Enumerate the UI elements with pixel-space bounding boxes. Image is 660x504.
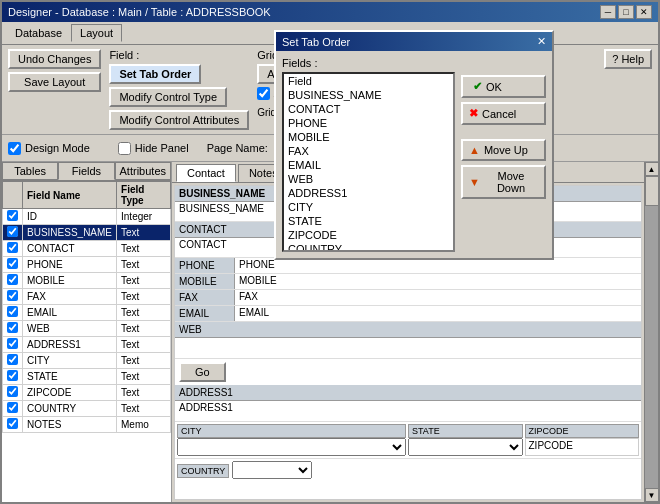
- table-row[interactable]: ADDRESS1 Text: [3, 337, 171, 353]
- col-field-type: Field Type: [117, 182, 171, 209]
- field-checkbox-city[interactable]: [7, 354, 18, 365]
- field-name-cell: ZIPCODE: [23, 385, 117, 401]
- field-checkbox-web[interactable]: [7, 322, 18, 333]
- field-name-cell: COUNTRY: [23, 401, 117, 417]
- main-window: Designer - Database : Main / Table : ADD…: [0, 0, 660, 504]
- field-type-cell: Text: [117, 369, 171, 385]
- modal-list-item[interactable]: EMAIL: [284, 162, 453, 172]
- city-select[interactable]: [177, 438, 406, 456]
- field-checkbox-cell: [3, 369, 23, 385]
- set-tab-order-button[interactable]: Set Tab Order: [109, 64, 201, 84]
- field-name-cell: CONTACT: [23, 241, 117, 257]
- scroll-down-button[interactable]: ▼: [645, 488, 659, 502]
- zipcode-value: ZIPCODE: [525, 438, 640, 456]
- field-checkbox-phone[interactable]: [7, 258, 18, 269]
- hide-panel-label: Hide Panel: [135, 142, 189, 154]
- modal-list-item[interactable]: COUNTRY: [284, 242, 453, 252]
- country-select[interactable]: [232, 461, 312, 479]
- go-button[interactable]: Go: [179, 362, 226, 382]
- table-row[interactable]: EMAIL Text: [3, 305, 171, 321]
- modal-list-item[interactable]: ZIPCODE: [284, 228, 453, 242]
- city-group: CITY: [177, 424, 406, 456]
- field-checkbox-cell: [3, 305, 23, 321]
- page-name-label: Page Name:: [207, 142, 268, 154]
- field-checkbox-state[interactable]: [7, 370, 18, 381]
- field-checkbox-country[interactable]: [7, 402, 18, 413]
- web-field: [175, 338, 641, 358]
- maximize-button[interactable]: □: [618, 5, 634, 19]
- state-select[interactable]: [408, 438, 523, 456]
- menu-database[interactable]: Database: [6, 24, 71, 42]
- table-row[interactable]: MOBILE Text: [3, 273, 171, 289]
- table-row[interactable]: ID Integer: [3, 209, 171, 225]
- tab-tables[interactable]: Tables: [2, 162, 58, 180]
- show-grid-checkbox[interactable]: [257, 87, 270, 100]
- modal-list-item[interactable]: CITY: [284, 200, 453, 214]
- address-label: ADDRESS1: [175, 385, 641, 401]
- help-button[interactable]: ? Help: [604, 49, 652, 69]
- modal-fields-list[interactable]: FieldBUSINESS_NAMECONTACTPHONEMOBILEFAXE…: [282, 162, 455, 252]
- field-checkbox-zipcode[interactable]: [7, 386, 18, 397]
- state-label: STATE: [408, 424, 523, 438]
- scroll-up-button[interactable]: ▲: [645, 162, 659, 176]
- field-checkbox-cell: [3, 417, 23, 433]
- undo-changes-button[interactable]: Undo Changes: [8, 49, 101, 69]
- hide-panel-checkbox[interactable]: [118, 142, 131, 155]
- save-layout-button[interactable]: Save Layout: [8, 72, 101, 92]
- scroll-track[interactable]: [645, 176, 659, 488]
- field-type-cell: Text: [117, 401, 171, 417]
- design-mode-checkbox[interactable]: [8, 142, 21, 155]
- phone-label: PHONE: [175, 258, 235, 273]
- field-checkbox-cell: [3, 337, 23, 353]
- window-title: Designer - Database : Main / Table : ADD…: [8, 6, 271, 18]
- modal-list-item[interactable]: WEB: [284, 172, 453, 186]
- modal-move-down-button[interactable]: ▼ Move Down: [461, 165, 546, 199]
- field-checkbox-fax[interactable]: [7, 290, 18, 301]
- field-checkbox-id[interactable]: [7, 210, 18, 221]
- field-checkbox-contact[interactable]: [7, 242, 18, 253]
- field-checkbox-address1[interactable]: [7, 338, 18, 349]
- table-row[interactable]: CITY Text: [3, 353, 171, 369]
- table-row[interactable]: WEB Text: [3, 321, 171, 337]
- modal-body: Fields : FieldBUSINESS_NAMECONTACTPHONEM…: [276, 162, 552, 258]
- menu-layout[interactable]: Layout: [71, 24, 122, 42]
- form-tab-contact[interactable]: Contact: [176, 164, 236, 182]
- modal-list-item[interactable]: ADDRESS1: [284, 186, 453, 200]
- city-state-zip-row: CITY STATE ZIPCODE ZIPCODE: [175, 422, 641, 459]
- modal-list-item[interactable]: STATE: [284, 214, 453, 228]
- close-button[interactable]: ✕: [636, 5, 652, 19]
- modify-control-attrs-button[interactable]: Modify Control Attributes: [109, 110, 249, 130]
- table-row[interactable]: ZIPCODE Text: [3, 385, 171, 401]
- design-mode-label: Design Mode: [25, 142, 90, 154]
- field-name-cell: FAX: [23, 289, 117, 305]
- field-type-cell: Text: [117, 241, 171, 257]
- down-icon: ▼: [469, 176, 480, 188]
- modal-fields-section: Fields : FieldBUSINESS_NAMECONTACTPHONEM…: [282, 162, 455, 252]
- minimize-button[interactable]: ─: [600, 5, 616, 19]
- mobile-label: MOBILE: [175, 274, 235, 289]
- field-checkbox-email[interactable]: [7, 306, 18, 317]
- table-row[interactable]: STATE Text: [3, 369, 171, 385]
- zipcode-label: ZIPCODE: [525, 424, 640, 438]
- field-checkbox-mobile[interactable]: [7, 274, 18, 285]
- table-row[interactable]: PHONE Text: [3, 257, 171, 273]
- tab-fields[interactable]: Fields: [58, 162, 114, 180]
- field-checkbox-business_name[interactable]: [7, 226, 18, 237]
- field-label: Field :: [109, 49, 139, 61]
- scroll-thumb[interactable]: [645, 176, 659, 206]
- field-name-cell: WEB: [23, 321, 117, 337]
- table-row[interactable]: NOTES Memo: [3, 417, 171, 433]
- table-row[interactable]: BUSINESS_NAME Text: [3, 225, 171, 241]
- modify-control-type-button[interactable]: Modify Control Type: [109, 87, 227, 107]
- table-row[interactable]: COUNTRY Text: [3, 401, 171, 417]
- tab-attributes[interactable]: Attributes: [115, 162, 171, 180]
- address-section: ADDRESS1 ADDRESS1: [175, 385, 641, 422]
- mobile-row: MOBILE MOBILE: [175, 274, 641, 290]
- field-checkbox-notes[interactable]: [7, 418, 18, 429]
- field-type-cell: Integer: [117, 209, 171, 225]
- field-type-cell: Text: [117, 273, 171, 289]
- table-row[interactable]: CONTACT Text: [3, 241, 171, 257]
- fields-table: Field Name Field Type ID Integer BUSINES…: [2, 181, 171, 502]
- panel-tabs: Tables Fields Attributes: [2, 162, 171, 181]
- table-row[interactable]: FAX Text: [3, 289, 171, 305]
